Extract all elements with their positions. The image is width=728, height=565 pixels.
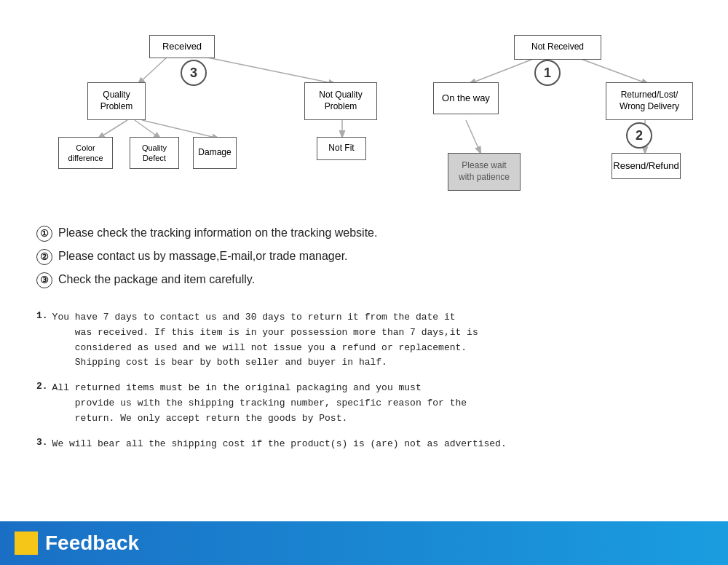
- please-wait-box: Please waitwith patience: [448, 153, 521, 191]
- rule-2: 2. All returned items must be in the ori…: [36, 381, 692, 426]
- svg-line-7: [575, 57, 648, 84]
- instruction-3: ③ Check the package and item carefully.: [36, 272, 692, 288]
- quality-defect-box: QualityDefect: [130, 137, 179, 169]
- instruction-2: ② Please contact us by massage,E-mail,or…: [36, 249, 692, 265]
- badge-3: 3: [181, 60, 207, 86]
- svg-line-6: [470, 57, 539, 84]
- not-quality-problem-box: Not QualityProblem: [304, 82, 377, 120]
- svg-line-1: [204, 57, 335, 84]
- footer: Feedback: [0, 521, 728, 565]
- rules-section: 1. You have 7 days to contact us and 30 …: [15, 303, 713, 469]
- svg-line-8: [466, 120, 480, 153]
- returned-lost-box: Returned/Lost/Wrong Delivery: [606, 82, 693, 120]
- svg-line-0: [138, 57, 167, 84]
- badge-2: 2: [626, 122, 652, 149]
- flowchart: Received 3 QualityProblem Not QualityPro…: [15, 15, 713, 211]
- color-difference-box: Colordifference: [58, 137, 113, 169]
- feedback-icon: [15, 532, 38, 555]
- svg-line-3: [135, 120, 160, 138]
- quality-problem-box: QualityProblem: [87, 82, 146, 120]
- feedback-label: Feedback: [45, 532, 139, 555]
- not-received-box: Not Received: [514, 35, 601, 60]
- not-fit-box: Not Fit: [317, 137, 366, 160]
- svg-line-4: [142, 120, 218, 138]
- instructions-section: ① Please check the tracking information …: [15, 218, 713, 303]
- svg-line-2: [98, 120, 127, 138]
- damage-box: Damage: [193, 137, 237, 169]
- main-container: Received 3 QualityProblem Not QualityPro…: [0, 0, 728, 565]
- rule-3: 3. We will bear all the shipping cost if…: [36, 437, 692, 452]
- instruction-1: ① Please check the tracking information …: [36, 226, 692, 242]
- rule-1: 1. You have 7 days to contact us and 30 …: [36, 310, 692, 371]
- badge-1: 1: [534, 60, 561, 86]
- on-the-way-box: On the way: [433, 82, 499, 114]
- received-box: Received: [149, 35, 215, 58]
- resend-refund-box: Resend/Refund: [612, 153, 681, 179]
